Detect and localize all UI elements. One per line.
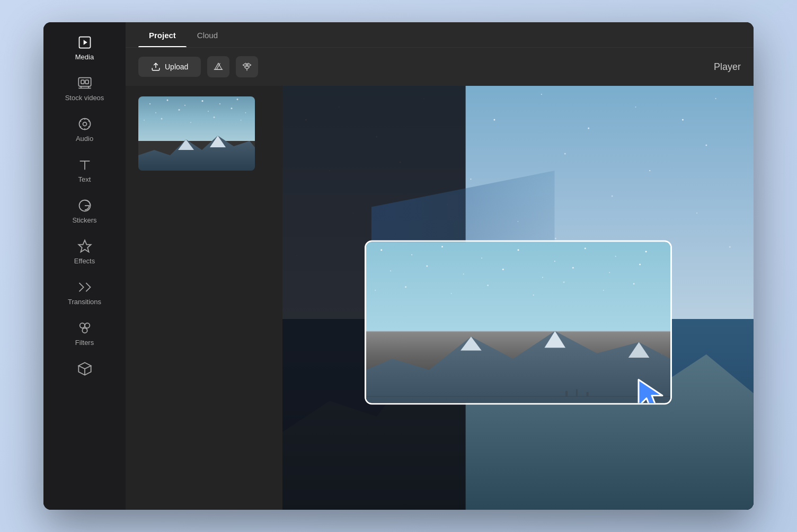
sidebar-item-label: Effects	[74, 257, 95, 265]
svg-point-110	[214, 117, 215, 118]
sidebar-item-filters[interactable]: Filters	[43, 313, 126, 354]
stock-videos-icon	[77, 76, 92, 91]
svg-point-67	[584, 247, 586, 249]
toolbar: Upload Player	[126, 48, 754, 86]
sidebar-item-transitions[interactable]: Transitions	[43, 272, 126, 313]
svg-point-83	[563, 281, 564, 283]
thumbnail-mountain	[138, 126, 255, 171]
svg-point-22	[82, 328, 87, 333]
svg-rect-93	[575, 389, 577, 396]
sidebar-item-effects[interactable]: Effects	[43, 232, 126, 272]
svg-point-80	[450, 293, 451, 294]
tab-project[interactable]: Project	[138, 22, 187, 47]
svg-point-76	[609, 272, 610, 273]
main-content: Project Cloud Upload	[126, 22, 754, 510]
svg-point-101	[237, 99, 238, 100]
svg-point-68	[615, 256, 616, 257]
svg-point-63	[441, 246, 443, 247]
svg-point-21	[85, 323, 90, 328]
player-background	[282, 86, 754, 510]
svg-marker-95	[639, 380, 662, 405]
svg-line-11	[88, 121, 89, 121]
svg-point-75	[572, 267, 573, 269]
sidebar-item-label: Audio	[76, 135, 93, 143]
svg-point-66	[554, 261, 555, 262]
svg-point-97	[167, 100, 169, 101]
sidebar-item-media[interactable]: Media	[43, 28, 126, 68]
audio-icon	[77, 117, 92, 131]
svg-point-8	[79, 119, 90, 130]
svg-rect-2	[78, 78, 91, 86]
svg-point-102	[155, 112, 156, 113]
svg-rect-92	[565, 391, 568, 396]
player-frame	[365, 241, 672, 405]
sidebar: Media Stock videos	[43, 22, 126, 510]
tab-cloud[interactable]: Cloud	[187, 22, 228, 47]
player-frame-mountain	[366, 314, 670, 403]
svg-line-12	[88, 127, 89, 127]
svg-point-98	[184, 105, 185, 106]
sidebar-item-label: Media	[75, 53, 94, 61]
thumbnail-scene	[138, 96, 255, 171]
svg-point-106	[245, 112, 246, 113]
media-area	[126, 86, 754, 510]
svg-line-14	[80, 127, 81, 127]
app-window: Media Stock videos	[43, 22, 754, 510]
svg-point-84	[603, 290, 604, 291]
effects-icon	[77, 239, 92, 254]
svg-point-72	[463, 273, 464, 274]
filters-icon	[77, 321, 92, 335]
sidebar-item-label: Text	[78, 175, 91, 183]
svg-point-78	[375, 290, 376, 291]
svg-point-62	[411, 254, 412, 255]
player-frame-inner	[366, 242, 670, 403]
svg-point-71	[426, 265, 428, 267]
svg-point-103	[179, 109, 180, 111]
svg-point-111	[241, 120, 242, 121]
sidebar-item-audio[interactable]: Audio	[43, 109, 126, 150]
svg-point-64	[481, 258, 482, 259]
svg-point-99	[202, 100, 203, 102]
upload-button[interactable]: Upload	[138, 57, 201, 77]
upload-icon	[151, 62, 161, 72]
sidebar-item-stock-videos[interactable]: Stock videos	[43, 68, 126, 109]
svg-line-15	[80, 121, 81, 121]
svg-point-109	[190, 122, 191, 123]
svg-rect-94	[586, 392, 588, 396]
media-thumbnail[interactable]	[138, 96, 255, 171]
svg-point-108	[161, 118, 163, 120]
svg-point-82	[533, 295, 534, 296]
dropbox-button[interactable]	[236, 56, 258, 77]
transitions-icon	[77, 280, 92, 295]
svg-point-85	[633, 283, 634, 285]
svg-point-65	[517, 249, 519, 251]
svg-point-77	[639, 264, 641, 265]
threed-icon	[77, 361, 92, 376]
svg-point-69	[645, 251, 647, 252]
sidebar-item-label: Filters	[75, 339, 94, 347]
sidebar-item-label: Stickers	[72, 216, 96, 224]
sidebar-item-stickers[interactable]: Stickers	[43, 191, 126, 232]
text-icon	[77, 157, 92, 172]
sidebar-item-label: Stock videos	[65, 94, 104, 102]
svg-marker-19	[78, 240, 91, 252]
svg-point-9	[83, 122, 86, 126]
svg-point-61	[380, 249, 382, 251]
svg-point-105	[231, 108, 233, 109]
svg-point-74	[542, 277, 543, 278]
svg-point-79	[405, 286, 406, 288]
stickers-icon	[77, 198, 92, 213]
dropbox-icon	[242, 61, 252, 72]
media-icon	[77, 35, 92, 50]
svg-rect-7	[85, 80, 88, 84]
svg-point-20	[79, 323, 84, 328]
svg-point-73	[502, 269, 503, 270]
sidebar-item-label: Transitions	[68, 298, 101, 306]
svg-rect-6	[81, 80, 84, 84]
sidebar-item-text[interactable]: Text	[43, 150, 126, 191]
svg-point-96	[149, 103, 150, 104]
svg-marker-1	[83, 40, 87, 45]
player-label: Player	[714, 61, 741, 73]
gdrive-button[interactable]	[207, 56, 229, 77]
sidebar-item-3d[interactable]	[43, 354, 126, 387]
